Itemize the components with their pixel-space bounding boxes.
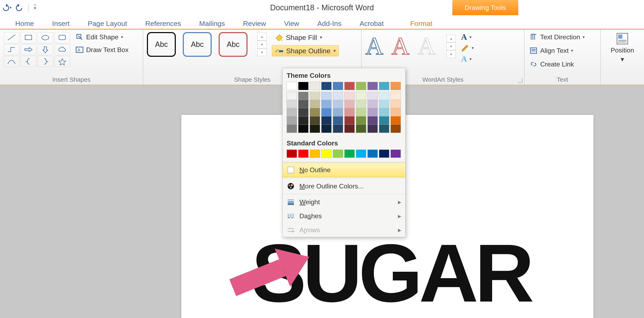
color-swatch[interactable] (368, 82, 378, 90)
color-swatch[interactable] (321, 92, 332, 100)
shape-style-gallery[interactable]: Abc Abc Abc ▴ ▾ ▾ (147, 32, 266, 57)
color-swatch[interactable] (333, 125, 343, 133)
tab-mailings[interactable]: Mailings (190, 19, 234, 30)
color-swatch[interactable] (287, 150, 297, 158)
shape-curve-icon[interactable] (4, 56, 19, 67)
shape-star-icon[interactable] (54, 56, 70, 67)
color-swatch[interactable] (368, 125, 378, 133)
tab-page-layout[interactable]: Page Layout (79, 19, 136, 30)
color-swatch[interactable] (298, 108, 308, 116)
text-outline-button[interactable]: ▾ (461, 44, 474, 52)
tab-acrobat[interactable]: Acrobat (350, 19, 393, 30)
tab-insert[interactable]: Insert (43, 19, 79, 30)
color-swatch[interactable] (379, 108, 389, 116)
redo-button[interactable] (14, 3, 24, 12)
gallery-more-button[interactable]: ▾ (446, 50, 456, 58)
shape-cloud-icon[interactable] (54, 44, 70, 55)
shape-line-icon[interactable] (4, 32, 19, 43)
color-swatch[interactable] (356, 82, 366, 90)
text-direction-button[interactable]: Text Direction ▾ (528, 32, 586, 42)
gallery-more-button[interactable]: ▾ (258, 48, 266, 56)
color-swatch[interactable] (379, 150, 389, 158)
color-swatch[interactable] (390, 150, 401, 158)
shape-outline-button[interactable]: Shape Outline ▾ (272, 45, 339, 56)
shape-fill-button[interactable]: Shape Fill ▾ (272, 32, 339, 43)
color-swatch[interactable] (356, 108, 366, 116)
color-swatch[interactable] (333, 108, 343, 116)
color-swatch[interactable] (287, 116, 297, 125)
tab-format[interactable]: Format (401, 19, 442, 30)
color-swatch[interactable] (368, 108, 378, 116)
tab-home[interactable]: Home (6, 19, 43, 30)
shape-gallery[interactable] (4, 32, 70, 67)
color-swatch[interactable] (344, 100, 355, 108)
color-swatch[interactable] (287, 100, 297, 108)
undo-button[interactable]: ▾ (2, 3, 12, 12)
tab-references[interactable]: References (136, 19, 190, 30)
color-swatch[interactable] (344, 92, 355, 100)
shape-style-preset[interactable]: Abc (147, 32, 176, 57)
shape-arrow-down-icon[interactable] (38, 44, 53, 55)
color-swatch[interactable] (390, 100, 401, 108)
gallery-down-button[interactable]: ▾ (258, 40, 266, 48)
color-swatch[interactable] (344, 82, 355, 90)
shape-rounded-rect-icon[interactable] (54, 32, 70, 43)
color-swatch[interactable] (390, 116, 401, 125)
color-swatch[interactable] (310, 125, 320, 133)
shape-elbow-connector-icon[interactable] (4, 44, 19, 55)
contextual-tab-drawing-tools[interactable]: Drawing Tools (452, 0, 518, 15)
color-swatch[interactable] (356, 100, 366, 108)
wordart-preset-icon[interactable]: A (392, 32, 410, 60)
shape-rectangle-icon[interactable] (20, 32, 36, 43)
shape-style-preset[interactable]: Abc (219, 32, 248, 57)
color-swatch[interactable] (310, 116, 320, 125)
create-link-button[interactable]: Create Link (528, 59, 586, 69)
tab-view[interactable]: View (275, 19, 308, 30)
color-swatch[interactable] (356, 92, 366, 100)
color-swatch[interactable] (321, 82, 332, 90)
color-swatch[interactable] (379, 92, 389, 100)
color-swatch[interactable] (298, 150, 308, 158)
dashes-item[interactable]: Dashes ▸ (282, 209, 405, 223)
color-swatch[interactable] (287, 108, 297, 116)
wordart-preset-icon[interactable]: A (366, 32, 383, 60)
color-swatch[interactable] (310, 108, 320, 116)
dialog-launcher-wordart-styles[interactable] (518, 78, 522, 83)
align-text-button[interactable]: Align Text ▾ (528, 46, 586, 55)
color-swatch[interactable] (333, 92, 343, 100)
color-swatch[interactable] (356, 150, 366, 158)
color-swatch[interactable] (368, 92, 378, 100)
color-swatch[interactable] (310, 150, 320, 158)
color-swatch[interactable] (344, 116, 355, 125)
color-swatch[interactable] (287, 125, 297, 133)
color-swatch[interactable] (287, 92, 297, 100)
color-swatch[interactable] (368, 100, 378, 108)
tab-add-ins[interactable]: Add-Ins (308, 19, 350, 30)
gallery-down-button[interactable]: ▾ (446, 42, 456, 50)
color-swatch[interactable] (390, 92, 401, 100)
text-fill-button[interactable]: A ▾ (461, 32, 474, 42)
color-swatch[interactable] (333, 150, 343, 158)
color-swatch[interactable] (321, 100, 332, 108)
weight-item[interactable]: Weight ▸ (282, 195, 405, 209)
color-swatch[interactable] (321, 125, 332, 133)
shape-brace-left-icon[interactable] (20, 56, 36, 67)
color-swatch[interactable] (333, 82, 343, 90)
color-swatch[interactable] (379, 100, 389, 108)
shape-arrow-right-icon[interactable] (20, 44, 36, 55)
shape-style-preset[interactable]: Abc (183, 32, 212, 57)
color-swatch[interactable] (390, 82, 401, 90)
color-swatch[interactable] (298, 125, 308, 133)
gallery-up-button[interactable]: ▴ (446, 34, 456, 42)
color-swatch[interactable] (390, 125, 401, 133)
color-swatch[interactable] (379, 125, 389, 133)
color-swatch[interactable] (321, 116, 332, 125)
color-swatch[interactable] (310, 92, 320, 100)
color-swatch[interactable] (379, 82, 389, 90)
color-swatch[interactable] (390, 108, 401, 116)
wordart-preset-icon[interactable]: A (418, 32, 436, 60)
color-swatch[interactable] (287, 82, 297, 90)
color-swatch[interactable] (368, 150, 378, 158)
gallery-up-button[interactable]: ▴ (258, 33, 266, 40)
color-swatch[interactable] (333, 116, 343, 125)
